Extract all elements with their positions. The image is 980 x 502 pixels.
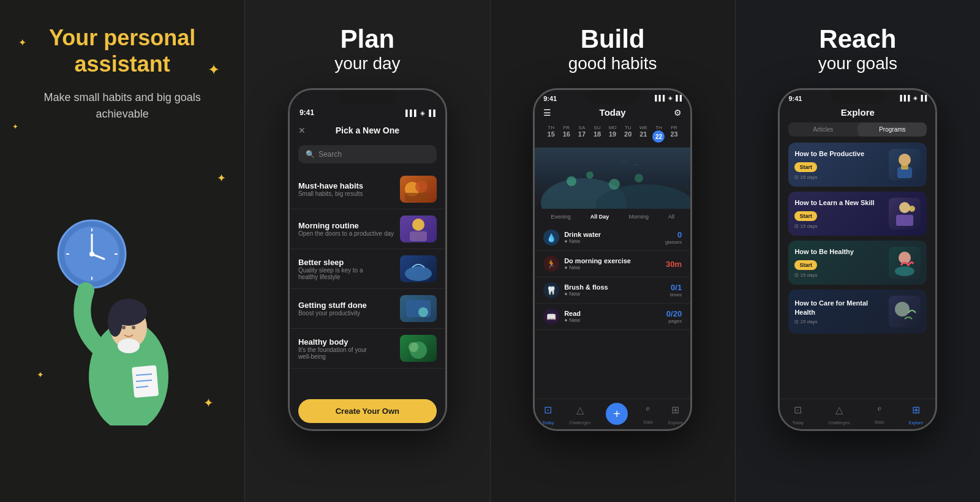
close-icon[interactable]: ✕	[298, 126, 306, 135]
svg-point-39	[899, 202, 910, 213]
panel-hero: ✦ ✦ ✦ ✦ ✦ ✦ Your personal assistant Make…	[0, 0, 244, 502]
category-sleep[interactable]: Better sleep Quality sleep is key to a h…	[290, 249, 445, 289]
phone-notch	[830, 90, 885, 103]
pick-header: ✕ Pick a New One	[290, 122, 445, 139]
bottom-nav: ⊡ Today △ Challenges + 𝄴 Stats ⊞ Explore	[535, 399, 690, 429]
habit-exercise[interactable]: 🏃 Do morning exercise ● New 30m	[535, 251, 690, 277]
program-image	[889, 247, 921, 279]
star-icon: ✦	[18, 37, 26, 48]
phone-plan: 9:41 ▌▌▌ ◈ ▐▐ ✕ Pick a New One 🔍 Search …	[288, 88, 447, 431]
cal-day-20: TU 20	[620, 125, 636, 143]
svg-rect-24	[410, 231, 427, 241]
tab-evening[interactable]: Evening	[551, 214, 571, 220]
stats-icon: 𝄴	[643, 404, 653, 415]
cal-day-22-today[interactable]: TH 22	[651, 125, 666, 143]
phone-reach: 9:41 ▌▌▌ ◈ ▐▐ Explore Articles Programs …	[778, 88, 937, 431]
svg-point-44	[895, 302, 910, 317]
tab-programs[interactable]: Programs	[858, 122, 927, 137]
svg-point-25	[405, 266, 432, 281]
hero-illustration	[12, 141, 232, 490]
svg-point-21	[415, 181, 428, 193]
category-image	[400, 176, 437, 203]
habit-brush[interactable]: 🦷 Brush & floss ● New 0/1 times	[535, 277, 690, 304]
svg-point-13	[122, 326, 126, 329]
nav-explore[interactable]: ⊞ Explore	[668, 404, 683, 427]
nav-explore-active[interactable]: ⊞ Explore	[909, 404, 924, 427]
search-icon: 🔍	[306, 150, 315, 159]
cal-day-19: MO 19	[605, 125, 620, 143]
svg-point-33	[586, 171, 594, 179]
svg-point-12	[108, 306, 123, 337]
settings-icon[interactable]: ⚙	[674, 108, 682, 118]
nav-challenges[interactable]: △ Challenges	[569, 404, 590, 427]
hero-title: Your personal assistant	[49, 24, 195, 77]
search-bar[interactable]: 🔍 Search	[298, 145, 437, 163]
program-skill[interactable]: How to Learn a New Skill Start ⊡ 15 days	[788, 192, 927, 236]
menu-icon[interactable]: ☰	[543, 108, 551, 118]
cal-day-15: TH 15	[543, 125, 559, 143]
nav-stats[interactable]: 𝄴 Stats	[874, 404, 884, 427]
nav-today[interactable]: ⊡ Today	[792, 404, 804, 427]
phone-notch	[340, 90, 395, 103]
add-button[interactable]: +	[606, 403, 628, 425]
explore-icon: ⊞	[909, 404, 924, 416]
panel-plan: Plan your day 9:41 ▌▌▌ ◈ ▐▐ ✕ Pick a New…	[244, 0, 489, 502]
svg-rect-22	[405, 193, 429, 201]
phone-screen-plan: 9:41 ▌▌▌ ◈ ▐▐ ✕ Pick a New One 🔍 Search …	[290, 90, 445, 429]
today-icon: ⊡	[543, 404, 554, 416]
panel-build: Build good habits 9:41 ▌▌▌ ◈ ▐▐ ☰ Today …	[490, 0, 735, 502]
star-icon: ✦	[12, 122, 18, 131]
book-icon: 📖	[543, 309, 559, 324]
wave-illustration	[535, 148, 690, 209]
today-topbar: ☰ Today ⚙	[535, 105, 690, 122]
cal-day-21: WE 21	[636, 125, 651, 143]
habit-read[interactable]: 📖 Read ● New 0/20 pages	[535, 304, 690, 330]
svg-point-36	[899, 154, 911, 166]
filter-tabs: Evening All Day Morning All	[535, 211, 690, 225]
phone-screen-build: 9:41 ▌▌▌ ◈ ▐▐ ☰ Today ⚙ TH 15 FR 16 S	[535, 90, 690, 429]
program-mental[interactable]: How to Care for Mental Health ⊡ 15 days	[788, 290, 927, 334]
program-productive[interactable]: How to Be Productive Start ⊡ 15 days	[788, 143, 927, 187]
svg-point-14	[132, 326, 135, 329]
category-body[interactable]: Healthy body It's the foundation of your…	[290, 329, 445, 369]
tooth-icon: 🦷	[543, 282, 559, 298]
cal-day-16: FR 16	[559, 125, 574, 143]
start-button[interactable]: Start	[794, 162, 817, 172]
tab-all[interactable]: All	[668, 214, 674, 220]
svg-point-23	[412, 219, 424, 231]
habit-water[interactable]: 💧 Drink water ● New 0 glasses	[535, 225, 690, 251]
start-button[interactable]: Start	[794, 260, 817, 270]
category-morning[interactable]: Morning routine Open the doors to a prod…	[290, 209, 445, 249]
svg-point-4	[89, 252, 94, 257]
svg-point-34	[609, 179, 620, 190]
panel-reach: Reach your goals 9:41 ▌▌▌ ◈ ▐▐ Explore A…	[735, 0, 980, 502]
challenges-icon: △	[569, 404, 590, 416]
tab-morning[interactable]: Morning	[628, 214, 649, 220]
svg-point-29	[409, 342, 418, 352]
stats-icon: 𝄴	[874, 404, 884, 415]
nav-fab-placeholder: +	[606, 404, 628, 427]
nav-today[interactable]: ⊡ Today	[543, 404, 554, 427]
explore-tabs: Articles Programs	[788, 122, 927, 137]
phone-build: 9:41 ▌▌▌ ◈ ▐▐ ☰ Today ⚙ TH 15 FR 16 S	[533, 88, 692, 431]
program-healthy[interactable]: How to Be Healthy Start ⊡ 15 days	[788, 241, 927, 285]
create-own-button[interactable]: Create Your Own	[298, 399, 437, 423]
program-image	[889, 198, 921, 230]
cal-day-18: SU 18	[589, 125, 605, 143]
category-image	[400, 335, 437, 362]
start-button[interactable]: Start	[794, 211, 817, 221]
tab-articles[interactable]: Articles	[788, 122, 858, 137]
nav-stats[interactable]: 𝄴 Stats	[643, 404, 653, 427]
calendar: TH 15 FR 16 SA 17 SU 18 MO 19	[535, 122, 690, 148]
today-icon: ⊡	[792, 404, 804, 416]
build-heading: Build good habits	[568, 24, 657, 73]
nav-challenges[interactable]: △ Challenges	[828, 404, 850, 427]
exercise-icon: 🏃	[543, 256, 559, 272]
svg-rect-16	[132, 365, 159, 398]
phone-screen-reach: 9:41 ▌▌▌ ◈ ▐▐ Explore Articles Programs …	[780, 90, 935, 429]
category-done[interactable]: Getting stuff done Boost your productivi…	[290, 289, 445, 329]
category-must-have[interactable]: Must-have habits Small habits, big resul…	[290, 170, 445, 209]
tab-allday[interactable]: All Day	[590, 214, 609, 220]
challenges-icon: △	[828, 404, 850, 416]
program-image	[889, 296, 921, 328]
